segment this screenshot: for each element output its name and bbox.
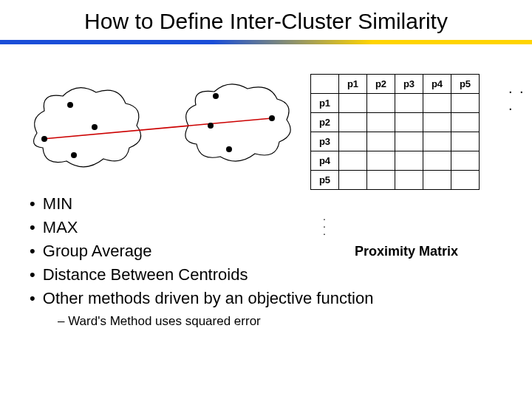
svg-point-5: [213, 93, 219, 99]
cluster-diagram: [22, 74, 296, 192]
matrix-col-ellipsis: . . .: [508, 80, 532, 114]
row-header: p4: [311, 151, 339, 171]
slide-title: How to Define Inter-Cluster Similarity: [0, 0, 532, 40]
list-item: MAX: [30, 216, 373, 239]
sub-list-item: Ward's Method uses squared error: [58, 313, 373, 331]
svg-point-2: [92, 124, 98, 130]
bullet-list: MIN MAX Group Average Distance Between C…: [30, 192, 373, 331]
col-header: p2: [367, 75, 395, 94]
list-item: Group Average: [30, 239, 373, 263]
svg-point-4: [71, 152, 77, 158]
svg-point-8: [226, 146, 232, 152]
list-item: Distance Between Centroids: [30, 263, 373, 287]
svg-point-1: [67, 102, 73, 108]
proximity-matrix: p1 p2 p3 p4 p5 p1 p2 p3 p4 p5: [310, 74, 517, 190]
col-header: p4: [423, 75, 451, 94]
svg-point-7: [269, 115, 275, 121]
col-header: p1: [339, 75, 367, 94]
col-header: p5: [451, 75, 480, 94]
divider-rule: [0, 40, 532, 44]
list-item: Other methods driven by an objective fun…: [30, 287, 373, 310]
row-header: p1: [311, 94, 339, 113]
row-header: p5: [311, 171, 339, 190]
svg-line-0: [43, 118, 272, 139]
svg-point-3: [41, 136, 47, 142]
row-header: p2: [311, 113, 339, 132]
row-header: p3: [311, 132, 339, 151]
col-header: p3: [395, 75, 423, 94]
svg-point-6: [208, 123, 214, 129]
list-item: MIN: [30, 192, 373, 216]
